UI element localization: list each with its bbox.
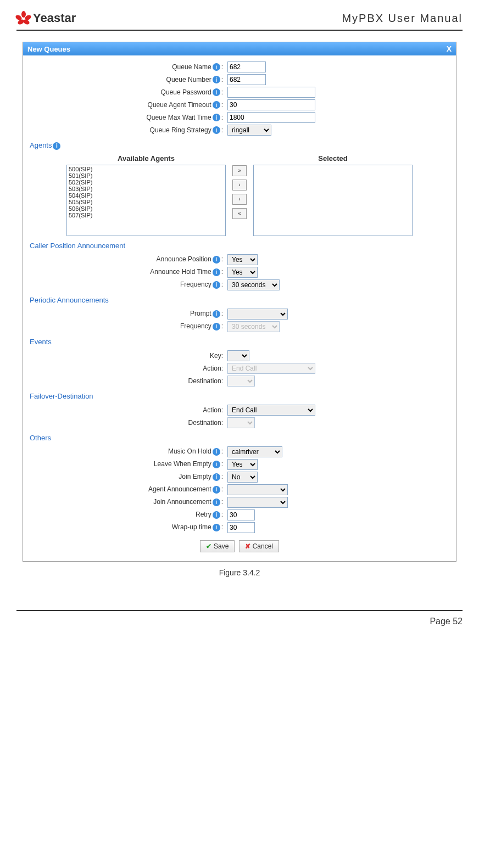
prompt-select[interactable]: [227, 309, 288, 320]
info-icon[interactable]: i: [213, 511, 220, 519]
list-item[interactable]: 501(SIP): [68, 172, 225, 179]
queue-name-input[interactable]: [227, 61, 266, 72]
join-empty-select[interactable]: No: [227, 472, 258, 483]
info-icon[interactable]: i: [213, 256, 220, 264]
selected-agents-title: Selected: [253, 154, 413, 163]
wrapup-input[interactable]: [227, 522, 255, 533]
info-icon[interactable]: i: [213, 499, 220, 506]
failover-dest-label: Destination:: [30, 419, 227, 427]
moh-select[interactable]: calmriver: [227, 446, 282, 457]
queue-number-label: Queue Numberi:: [30, 76, 227, 84]
page-header: Yeastar MyPBX User Manual: [16, 11, 463, 31]
document-title: MyPBX User Manual: [342, 12, 463, 25]
event-action-select: End Call: [227, 363, 315, 374]
selected-agents-list[interactable]: [253, 165, 413, 236]
prompt-label: Prompti:: [30, 310, 227, 318]
info-icon[interactable]: i: [213, 268, 220, 276]
max-wait-input[interactable]: [227, 112, 315, 123]
max-wait-label: Queue Max Wait Timei:: [30, 114, 227, 122]
queue-password-input[interactable]: [227, 87, 315, 98]
available-agents-title: Available Agents: [66, 154, 226, 163]
announce-hold-label: Announce Hold Timei:: [30, 268, 227, 276]
queue-number-input[interactable]: [227, 74, 266, 85]
announce-position-label: Announce Positioni:: [30, 255, 227, 264]
leave-empty-label: Leave When Emptyi:: [30, 460, 227, 468]
leave-empty-select[interactable]: Yes: [227, 459, 258, 470]
info-icon[interactable]: i: [213, 448, 220, 456]
others-section-header: Others: [30, 434, 449, 443]
save-button[interactable]: ✔Save: [200, 540, 235, 552]
check-icon: ✔: [206, 542, 211, 550]
caller-freq-select[interactable]: 30 seconds: [227, 279, 280, 290]
list-item[interactable]: 506(SIP): [68, 205, 225, 212]
cancel-button[interactable]: ✘Cancel: [239, 540, 279, 552]
info-icon[interactable]: i: [213, 126, 220, 134]
info-icon[interactable]: i: [213, 323, 220, 331]
info-icon[interactable]: i: [213, 114, 220, 121]
x-icon: ✘: [245, 542, 250, 550]
periodic-freq-label: Frequencyi:: [30, 322, 227, 331]
dialog-title-text: New Queues: [27, 45, 70, 53]
caller-position-section-header: Caller Position Announcement: [30, 242, 449, 251]
info-icon[interactable]: i: [213, 76, 220, 83]
info-icon[interactable]: i: [213, 461, 220, 468]
moh-label: Music On Holdi:: [30, 447, 227, 456]
info-icon[interactable]: i: [213, 63, 220, 71]
agent-timeout-input[interactable]: [227, 99, 315, 110]
list-item[interactable]: 504(SIP): [68, 192, 225, 199]
list-item[interactable]: 503(SIP): [68, 186, 225, 192]
transfer-buttons: » › ‹ «: [232, 154, 247, 219]
info-icon[interactable]: i: [213, 281, 220, 289]
agent-announce-select[interactable]: [227, 484, 288, 495]
periodic-freq-select: 30 seconds: [227, 321, 280, 332]
logo-icon: [16, 11, 31, 25]
announce-position-select[interactable]: Yes: [227, 254, 258, 265]
list-item[interactable]: 505(SIP): [68, 199, 225, 205]
info-icon[interactable]: i: [213, 310, 220, 318]
move-all-left-button[interactable]: «: [232, 208, 247, 219]
info-icon[interactable]: i: [213, 88, 220, 96]
event-action-label: Action:: [30, 365, 227, 372]
move-right-button[interactable]: ›: [232, 180, 247, 191]
move-left-button[interactable]: ‹: [232, 194, 247, 205]
agent-timeout-label: Queue Agent Timeouti:: [30, 101, 227, 109]
join-empty-label: Join Emptyi:: [30, 473, 227, 481]
retry-input[interactable]: [227, 509, 255, 520]
join-announce-label: Join Announcementi:: [30, 498, 227, 506]
periodic-section-header: Periodic Announcements: [30, 296, 449, 305]
event-key-select[interactable]: [227, 350, 249, 361]
close-icon[interactable]: X: [447, 44, 452, 53]
announce-hold-select[interactable]: Yes: [227, 267, 258, 278]
queue-password-label: Queue Passwordi:: [30, 88, 227, 97]
dialog-titlebar: New Queues X: [23, 42, 456, 55]
agents-section-header: Agentsi: [30, 141, 449, 151]
info-icon[interactable]: i: [213, 101, 220, 109]
event-key-label: Key:: [30, 352, 227, 360]
failover-section-header: Failover-Destination: [30, 392, 449, 401]
move-all-right-button[interactable]: »: [232, 165, 247, 176]
events-section-header: Events: [30, 338, 449, 347]
available-agents-list[interactable]: 500(SIP)501(SIP)502(SIP)503(SIP)504(SIP)…: [66, 165, 226, 236]
failover-action-select[interactable]: End Call: [227, 405, 315, 416]
new-queues-dialog: New Queues X Queue Namei: Queue Numberi:…: [23, 42, 456, 562]
dialog-body: Queue Namei: Queue Numberi: Queue Passwo…: [23, 55, 456, 561]
brand-logo: Yeastar: [16, 11, 76, 25]
agents-transfer: Available Agents 500(SIP)501(SIP)502(SIP…: [30, 154, 449, 236]
ring-strategy-label: Queue Ring Strategyi:: [30, 126, 227, 135]
list-item[interactable]: 502(SIP): [68, 179, 225, 186]
agent-announce-label: Agent Announcementi:: [30, 485, 227, 494]
event-dest-select: [227, 376, 255, 387]
info-icon[interactable]: i: [53, 142, 60, 150]
retry-label: Retryi:: [30, 511, 227, 519]
ring-strategy-select[interactable]: ringall: [227, 125, 271, 136]
list-item[interactable]: 500(SIP): [68, 166, 225, 172]
info-icon[interactable]: i: [213, 486, 220, 494]
list-item[interactable]: 507(SIP): [68, 212, 225, 219]
wrapup-label: Wrap-up timei:: [30, 523, 227, 531]
page-number: Page 52: [430, 617, 463, 626]
figure-caption: Figure 3.4.2: [16, 568, 463, 577]
info-icon[interactable]: i: [213, 473, 220, 481]
page-footer: Page 52: [16, 610, 463, 626]
join-announce-select[interactable]: [227, 497, 288, 508]
info-icon[interactable]: i: [213, 524, 220, 531]
